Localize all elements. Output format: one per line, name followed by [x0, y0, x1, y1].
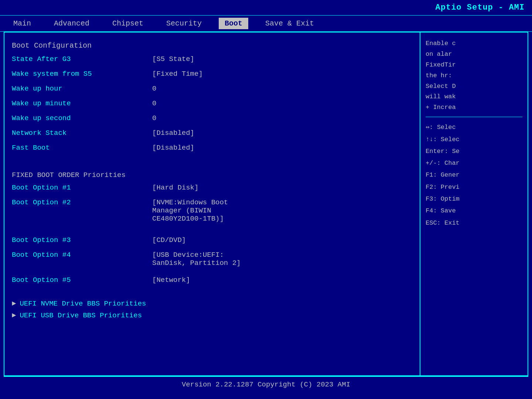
value-wake-hour: 0 — [152, 85, 412, 93]
menu-bar: Main Advanced Chipset Security Boot Save… — [0, 15, 532, 32]
usb-arrow-icon: ► — [12, 311, 16, 320]
boot-option-5[interactable]: Boot Option #5 [Network] — [12, 276, 412, 288]
help-text: Enable c on alar FixedTir the hr: Select… — [426, 38, 522, 113]
value-wake-second: 0 — [152, 114, 412, 122]
boot-option-3[interactable]: Boot Option #3 [CD/DVD] — [12, 236, 412, 248]
section2-title: FIXED BOOT ORDER Priorities — [12, 171, 412, 179]
label-state-after-g3: State After G3 — [12, 55, 152, 63]
status-bar: Version 2.22.1287 Copyright (C) 2023 AMI — [4, 376, 528, 392]
help-keys: ⇔: Selec ↑↓: Selec Enter: Se +/-: Char F… — [426, 122, 522, 229]
menu-chipset[interactable]: Chipset — [106, 18, 149, 29]
submenu-usb[interactable]: ► UEFI USB Drive BBS Priorities — [12, 311, 412, 320]
value-state-after-g3: [S5 State] — [152, 55, 412, 63]
config-row-fast-boot[interactable]: Fast Boot [Disabled] — [12, 144, 412, 156]
label-wake-minute: Wake up minute — [12, 99, 152, 108]
key-f2: F2: Previ — [426, 181, 522, 193]
submenu-nvme[interactable]: ► UEFI NVME Drive BBS Priorities — [12, 300, 412, 308]
value-boot-option-3: [CD/DVD] — [152, 236, 412, 244]
menu-boot[interactable]: Boot — [219, 18, 248, 29]
key-esc: ESC: Exit — [426, 217, 522, 229]
value-network-stack: [Disabled] — [152, 129, 412, 137]
right-panel: Enable c on alar FixedTir the hr: Select… — [420, 33, 528, 375]
config-row-wake-from-s5[interactable]: Wake system from S5 [Fixed Time] — [12, 70, 412, 82]
label-boot-option-4: Boot Option #4 — [12, 251, 152, 259]
key-select-item: ↑↓: Selec — [426, 134, 522, 146]
menu-save-exit[interactable]: Save & Exit — [259, 18, 320, 29]
value-wake-minute: 0 — [152, 99, 412, 108]
key-select-screen: ⇔: Selec — [426, 122, 522, 133]
value-fast-boot: [Disabled] — [152, 144, 412, 152]
label-boot-option-3: Boot Option #3 — [12, 236, 152, 244]
nvme-arrow-icon: ► — [12, 300, 16, 308]
label-wake-second: Wake up second — [12, 114, 152, 122]
key-f1: F1: Gener — [426, 169, 522, 181]
key-f4: F4: Save — [426, 205, 522, 217]
value-boot-option-5: [Network] — [152, 276, 412, 284]
label-wake-hour: Wake up hour — [12, 85, 152, 93]
app-title: Aptio Setup - AMI — [436, 3, 525, 12]
boot-option-1[interactable]: Boot Option #1 [Hard Disk] — [12, 184, 412, 195]
main-content: Boot Configuration State After G3 [S5 St… — [4, 32, 528, 376]
config-row-wake-hour[interactable]: Wake up hour 0 — [12, 85, 412, 96]
key-enter: Enter: Se — [426, 146, 522, 157]
value-boot-option-1: [Hard Disk] — [152, 184, 412, 192]
label-submenu-usb: UEFI USB Drive BBS Priorities — [20, 311, 142, 320]
key-change: +/-: Char — [426, 157, 522, 169]
label-boot-option-2: Boot Option #2 — [12, 198, 152, 207]
label-submenu-nvme: UEFI NVME Drive BBS Priorities — [20, 300, 146, 308]
config-row-wake-second[interactable]: Wake up second 0 — [12, 114, 412, 126]
title-bar: Aptio Setup - AMI — [0, 0, 532, 15]
boot-option-4[interactable]: Boot Option #4 [USB Device:UEFI: SanDisk… — [12, 251, 412, 267]
help-divider — [426, 117, 522, 117]
config-row-network-stack[interactable]: Network Stack [Disabled] — [12, 129, 412, 141]
value-boot-option-2: [NVME:Windows Boot Manager (BIWIN CE480Y… — [152, 198, 412, 223]
value-boot-option-4: [USB Device:UEFI: SanDisk, Partition 2] — [152, 251, 412, 267]
config-row-wake-minute[interactable]: Wake up minute 0 — [12, 99, 412, 111]
menu-main[interactable]: Main — [7, 18, 37, 29]
left-panel: Boot Configuration State After G3 [S5 St… — [4, 33, 420, 375]
section1-title: Boot Configuration — [12, 41, 412, 50]
boot-option-2[interactable]: Boot Option #2 [NVME:Windows Boot Manage… — [12, 198, 412, 223]
menu-advanced[interactable]: Advanced — [48, 18, 95, 29]
label-wake-from-s5: Wake system from S5 — [12, 70, 152, 78]
label-boot-option-5: Boot Option #5 — [12, 276, 152, 284]
menu-security[interactable]: Security — [160, 18, 208, 29]
value-wake-from-s5: [Fixed Time] — [152, 70, 412, 78]
config-row-state-after-g3[interactable]: State After G3 [S5 State] — [12, 55, 412, 67]
label-fast-boot: Fast Boot — [12, 144, 152, 152]
label-boot-option-1: Boot Option #1 — [12, 184, 152, 192]
label-network-stack: Network Stack — [12, 129, 152, 137]
key-f3: F3: Optim — [426, 193, 522, 205]
version-text: Version 2.22.1287 Copyright (C) 2023 AMI — [182, 381, 350, 389]
